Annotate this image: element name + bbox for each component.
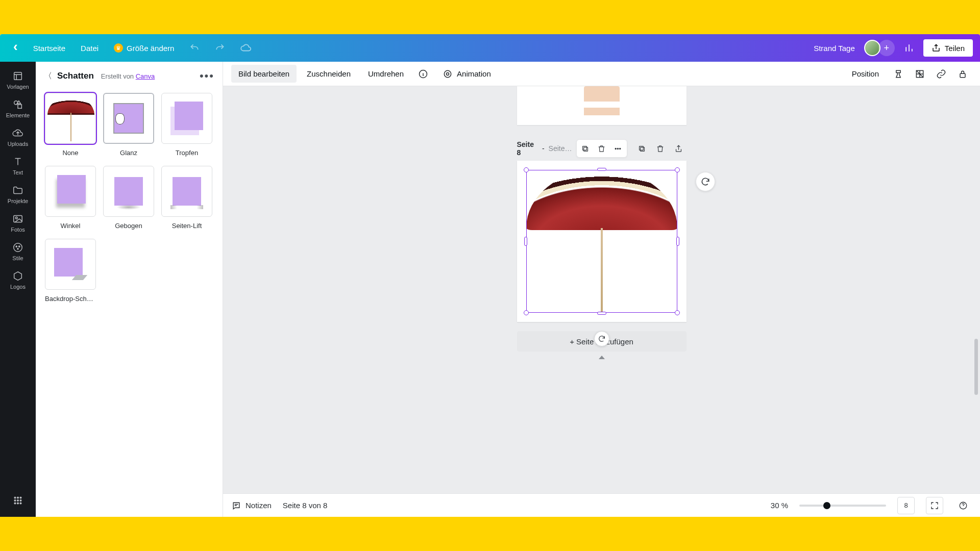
zoom-slider-knob[interactable]: [823, 502, 830, 509]
panel-back-button[interactable]: 〈: [44, 71, 52, 82]
resize-button[interactable]: Größe ändern: [108, 40, 180, 56]
status-bar: Notizen Seite 8 von 8 30 % 8: [223, 493, 980, 517]
svg-rect-23: [584, 147, 588, 151]
lock-icon: [958, 69, 968, 79]
zoom-value: 30 %: [771, 501, 788, 510]
shadow-option-glanz[interactable]: Glanz: [103, 93, 154, 157]
notes-button[interactable]: Notizen: [231, 500, 272, 511]
insights-button[interactable]: [898, 39, 920, 57]
svg-point-27: [620, 148, 621, 149]
shadow-option-backdrop[interactable]: Backdrop-Schatt…: [45, 239, 96, 303]
resize-handle-b[interactable]: [597, 312, 606, 315]
page-title-label[interactable]: Seite…: [549, 144, 572, 153]
add-collaborator-button[interactable]: +: [878, 40, 895, 56]
rail-photos[interactable]: Fotos: [0, 209, 36, 236]
transparency-button[interactable]: [911, 65, 929, 83]
svg-point-5: [14, 243, 22, 252]
delete-page-button[interactable]: [594, 141, 609, 156]
resize-handle-tl[interactable]: [524, 167, 529, 172]
resize-handle-tr[interactable]: [675, 167, 680, 172]
back-button[interactable]: [7, 40, 24, 56]
vertical-scrollbar[interactable]: [974, 339, 978, 395]
position-button[interactable]: Position: [845, 65, 886, 83]
file-menu[interactable]: Datei: [75, 40, 105, 56]
animation-button[interactable]: Animation: [435, 64, 498, 84]
uploads-icon: [12, 128, 23, 139]
cloud-sync-button[interactable]: [234, 39, 258, 57]
share-icon: [932, 43, 941, 53]
rail-elements[interactable]: Elemente: [0, 94, 36, 122]
rail-photos-label: Fotos: [11, 227, 25, 233]
export-icon: [674, 144, 683, 153]
left-rail: Vorlagen Elemente Uploads Text Projekte …: [0, 62, 36, 517]
shadow-option-label: Seiten-Lift: [161, 222, 212, 230]
crop-button[interactable]: Zuschneiden: [300, 65, 358, 83]
shadow-option-gebogen[interactable]: Gebogen: [103, 166, 154, 230]
rail-logos[interactable]: Logos: [0, 266, 36, 293]
rail-elements-label: Elemente: [6, 112, 30, 118]
shadow-option-winkel[interactable]: Winkel: [45, 166, 96, 230]
resize-handle-r[interactable]: [676, 237, 679, 246]
rotate-handle[interactable]: [594, 331, 609, 346]
undo-button[interactable]: [183, 39, 206, 57]
main-row: Vorlagen Elemente Uploads Text Projekte …: [0, 62, 980, 517]
trail-export-button[interactable]: [671, 141, 687, 156]
duplicate-icon: [638, 144, 646, 153]
rail-styles[interactable]: Stile: [0, 237, 36, 265]
shadow-option-tropfen[interactable]: Tropfen: [161, 93, 212, 157]
home-button[interactable]: Startseite: [27, 40, 71, 56]
lock-button[interactable]: [953, 65, 972, 83]
rail-logos-label: Logos: [10, 284, 26, 290]
shadow-option-seiten[interactable]: Seiten-Lift: [161, 166, 212, 230]
page-more-button[interactable]: [610, 141, 626, 156]
edit-image-button[interactable]: Bild bearbeiten: [231, 65, 297, 83]
canvas-area[interactable]: Seite 8 - Seite…: [223, 86, 980, 493]
svg-point-15: [14, 503, 16, 504]
previous-page-content: [584, 86, 620, 125]
current-page[interactable]: [517, 161, 687, 322]
svg-point-8: [17, 248, 18, 249]
rail-projects[interactable]: Projekte: [0, 180, 36, 208]
trail-delete-button[interactable]: [653, 141, 668, 156]
resize-handle-br[interactable]: [675, 310, 680, 315]
rail-templates[interactable]: Vorlagen: [0, 66, 36, 93]
created-by-prefix: Erstellt von: [101, 72, 136, 80]
info-button[interactable]: [414, 65, 432, 83]
regenerate-button[interactable]: [696, 172, 715, 191]
resize-handle-t[interactable]: [597, 168, 606, 171]
resize-handle-l[interactable]: [524, 237, 527, 246]
rail-text[interactable]: Text: [0, 152, 36, 179]
text-icon: [12, 156, 23, 167]
created-by-link[interactable]: Canva: [136, 72, 155, 80]
share-button[interactable]: Teilen: [923, 39, 973, 57]
elements-icon: [12, 99, 23, 110]
shadow-option-label: Winkel: [45, 222, 96, 230]
resize-label: Größe ändern: [127, 44, 174, 53]
templates-icon: [12, 70, 23, 82]
page-actions-popover: [576, 139, 627, 158]
styles-icon: [12, 242, 23, 253]
animation-label: Animation: [457, 69, 491, 78]
flip-button[interactable]: Umdrehen: [361, 65, 411, 83]
avatar[interactable]: [864, 40, 880, 56]
project-name[interactable]: Strand Tage: [807, 40, 861, 56]
previous-page-preview[interactable]: [517, 86, 687, 125]
trail-duplicate-button[interactable]: [634, 141, 650, 156]
shadow-thumb-winkel: [45, 166, 96, 217]
resize-handle-bl[interactable]: [524, 310, 529, 315]
zoom-slider[interactable]: [799, 505, 886, 507]
topbar: Startseite Datei Größe ändern Strand Tag…: [0, 34, 980, 62]
help-button[interactable]: [954, 497, 972, 514]
fullscreen-button[interactable]: [926, 497, 943, 514]
duplicate-page-button[interactable]: [578, 141, 593, 156]
svg-point-6: [16, 246, 17, 247]
rail-apps[interactable]: [0, 490, 36, 510]
redo-button[interactable]: [209, 39, 231, 57]
panel-more-button[interactable]: •••: [200, 69, 214, 83]
expand-pages-toggle[interactable]: [599, 356, 605, 359]
page-badge[interactable]: 8: [897, 497, 915, 514]
copy-style-button[interactable]: [889, 65, 908, 83]
rail-uploads[interactable]: Uploads: [0, 123, 36, 151]
shadow-option-none[interactable]: None: [45, 93, 96, 157]
link-button[interactable]: [932, 65, 950, 83]
